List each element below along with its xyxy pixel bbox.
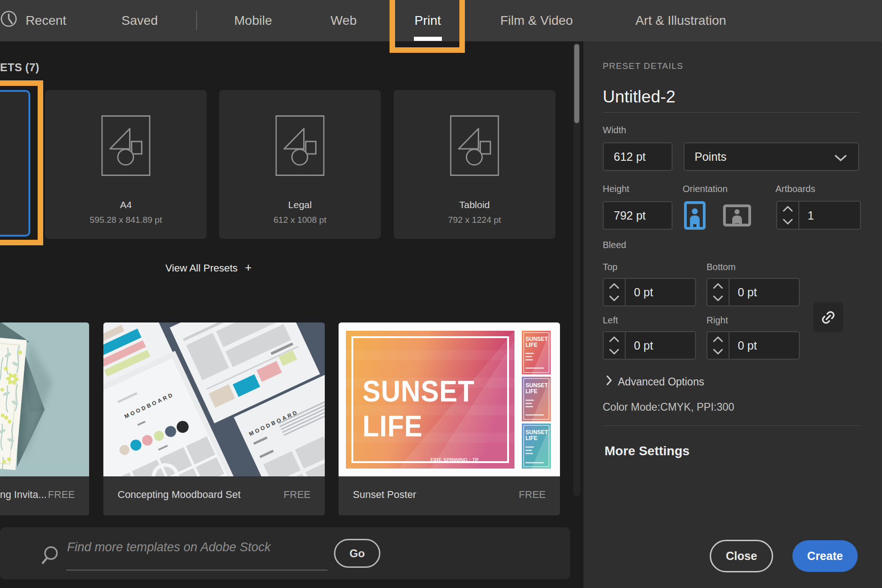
preset-name: Tabloid	[394, 199, 555, 210]
link-bleed-values-button[interactable]	[813, 302, 843, 332]
document-preset-icon	[276, 115, 325, 176]
sunset-caption-text: FIRE SPINNING : 7P	[430, 457, 479, 463]
bleed-right-value: 0 pt	[738, 339, 757, 352]
preset-card-a4[interactable]: A4 595.28 x 841.89 pt	[45, 90, 207, 239]
tab-art-illustration[interactable]: Art & Illustration	[635, 0, 726, 41]
orientation-portrait-button[interactable]	[684, 201, 706, 230]
template-thumbnail-invitation	[0, 322, 89, 476]
bleed-right-stepper[interactable]: 0 pt	[707, 331, 800, 360]
tab-web[interactable]: Web	[330, 0, 356, 41]
template-title: Concepting Moodboard Set	[118, 489, 241, 501]
bleed-left-label: Left	[603, 315, 618, 326]
presets-count: (7)	[25, 61, 40, 74]
chevron-down-icon	[834, 154, 847, 162]
preset-card-tabloid[interactable]: Tabloid 792 x 1224 pt	[394, 90, 555, 239]
document-title-input[interactable]: Untitled-2	[603, 87, 675, 107]
chevron-down-icon[interactable]	[713, 295, 723, 301]
chevron-down-icon[interactable]	[609, 295, 619, 301]
tab-recent[interactable]: Recent	[26, 0, 67, 41]
preset-dimensions: 612 x 1008 pt	[219, 215, 381, 225]
artboards-stepper-arrows[interactable]	[777, 202, 799, 229]
chevron-up-icon[interactable]	[609, 283, 619, 289]
plus-icon: +	[245, 261, 252, 274]
height-label: Height	[603, 184, 629, 194]
units-select[interactable]: Points	[684, 142, 859, 171]
search-input[interactable]: Find more templates on Adobe Stock	[67, 540, 271, 554]
vertical-scrollbar-thumb[interactable]	[574, 44, 579, 123]
height-input[interactable]: 792 pt	[603, 201, 673, 230]
width-input[interactable]: 612 pt	[603, 142, 673, 171]
tab-mobile[interactable]: Mobile	[234, 0, 272, 41]
template-title: ng Invita...	[0, 489, 47, 501]
artboards-label: Artboards	[775, 184, 815, 194]
svg-text:LIFE: LIFE	[526, 342, 537, 348]
document-preset-icon	[450, 115, 499, 176]
preset-details-panel: PRESET DETAILS Untitled-2 Width 612 pt P…	[583, 41, 882, 588]
vertical-scrollbar-track[interactable]	[573, 42, 580, 496]
template-footer: Sunset Poster FREE	[339, 476, 560, 515]
search-input-underline	[66, 570, 328, 571]
more-settings-link[interactable]: More Settings	[605, 444, 690, 458]
chevron-up-icon[interactable]	[783, 206, 793, 212]
content-area: ETS (7) A4 595.28 x 841.89 pt Legal 612 …	[0, 41, 572, 588]
template-price: FREE	[48, 489, 75, 501]
bleed-bottom-stepper[interactable]: 0 pt	[707, 278, 800, 306]
units-value: Points	[695, 150, 726, 164]
chevron-right-icon	[606, 375, 612, 385]
bleed-top-label: Top	[603, 262, 617, 272]
template-thumbnail-sunset: SUNSET LIFE FIRE SPINNING : 7P SUNSET LI…	[339, 322, 560, 476]
chevron-down-icon[interactable]	[783, 219, 793, 225]
document-preset-icon	[102, 115, 151, 176]
bleed-top-stepper[interactable]: 0 pt	[603, 278, 696, 306]
template-footer: ng Invita... FREE	[0, 476, 89, 515]
template-footer: Concepting Moodboard Set FREE	[103, 476, 325, 515]
template-card-moodboard[interactable]: MOODBOARD	[103, 322, 325, 515]
bleed-left-value: 0 pt	[634, 339, 653, 352]
view-all-presets-label: View All Presets	[165, 262, 237, 274]
bleed-left-arrows[interactable]	[604, 332, 626, 359]
tab-saved[interactable]: Saved	[121, 0, 158, 41]
chevron-up-icon[interactable]	[609, 336, 619, 342]
sunset-line2-text: LIFE	[362, 410, 423, 443]
preset-dimensions: 792 x 1224 pt	[394, 215, 555, 225]
create-button[interactable]: Create	[792, 540, 858, 572]
width-label: Width	[603, 125, 626, 136]
selected-preset-annotation-box	[0, 80, 43, 245]
svg-text:SUNSET: SUNSET	[526, 336, 548, 342]
bleed-left-stepper[interactable]: 0 pt	[603, 331, 696, 360]
color-mode-text: Color Mode:CMYK, PPI:300	[603, 401, 734, 413]
artboards-value: 1	[808, 209, 814, 222]
bleed-right-arrows[interactable]	[707, 332, 729, 359]
svg-text:SUNSET: SUNSET	[526, 429, 548, 435]
bleed-top-arrows[interactable]	[604, 279, 626, 305]
close-button[interactable]: Close	[710, 540, 773, 572]
template-card-sunset[interactable]: SUNSET LIFE FIRE SPINNING : 7P SUNSET LI…	[339, 322, 560, 515]
template-price: FREE	[283, 489, 311, 501]
orientation-label: Orientation	[683, 184, 728, 194]
artboards-stepper[interactable]: 1	[776, 201, 861, 230]
bleed-label: Bleed	[603, 240, 626, 250]
tab-film-video[interactable]: Film & Video	[500, 0, 573, 41]
template-price: FREE	[519, 489, 546, 501]
chevron-down-icon[interactable]	[713, 349, 723, 355]
advanced-options-toggle[interactable]: Advanced Options	[606, 375, 704, 388]
chevron-up-icon[interactable]	[713, 336, 723, 342]
preset-name: Legal	[219, 199, 381, 210]
chevron-up-icon[interactable]	[713, 283, 723, 289]
go-button[interactable]: Go	[334, 539, 380, 568]
clock-icon	[0, 10, 18, 28]
view-all-presets-link[interactable]: View All Presets+	[165, 261, 252, 274]
bleed-bottom-arrows[interactable]	[707, 279, 729, 305]
preset-card-legal[interactable]: Legal 612 x 1008 pt	[219, 90, 381, 239]
template-card-invitation[interactable]: ng Invita... FREE	[0, 322, 89, 515]
svg-text:LIFE: LIFE	[526, 388, 537, 395]
presets-label-fragment: ETS	[0, 61, 22, 74]
chevron-down-icon[interactable]	[609, 349, 619, 355]
svg-text:SUNSET: SUNSET	[526, 382, 548, 389]
preset-name: A4	[45, 199, 207, 210]
template-thumbnail-moodboard: MOODBOARD	[103, 322, 325, 476]
section-divider	[603, 425, 859, 426]
bleed-right-label: Right	[707, 315, 728, 326]
orientation-landscape-button[interactable]	[723, 204, 751, 226]
tab-group-divider	[196, 11, 197, 30]
